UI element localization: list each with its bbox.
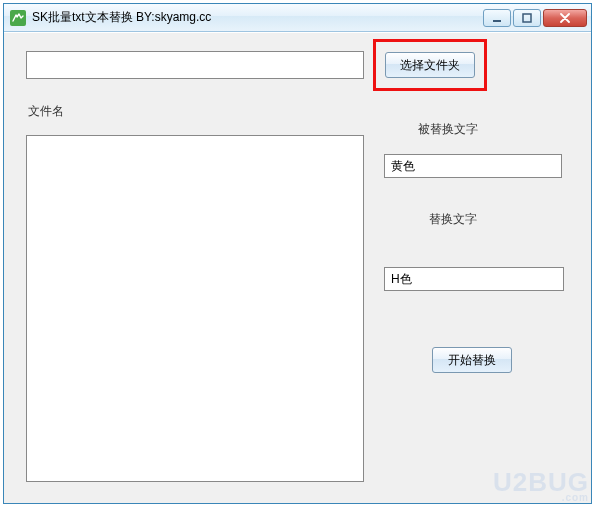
replace-text-label: 替换文字 (429, 211, 477, 228)
folder-path-input[interactable] (26, 51, 364, 79)
replaced-text-input[interactable] (384, 154, 562, 178)
client-area: 选择文件夹 文件名 被替换文字 替换文字 开始替换 (4, 33, 591, 503)
file-list[interactable] (26, 135, 364, 482)
svg-rect-2 (523, 14, 531, 22)
app-icon (10, 10, 26, 26)
select-folder-highlight: 选择文件夹 (373, 39, 487, 91)
svg-rect-1 (493, 20, 501, 22)
start-button[interactable]: 开始替换 (432, 347, 512, 373)
svg-rect-0 (10, 10, 26, 26)
replace-text-input[interactable] (384, 267, 564, 291)
window-title: SK批量txt文本替换 BY:skyamg.cc (32, 9, 483, 26)
maximize-button[interactable] (513, 9, 541, 27)
filename-label: 文件名 (28, 103, 64, 120)
select-folder-button[interactable]: 选择文件夹 (385, 52, 475, 78)
window-controls (483, 9, 587, 27)
close-button[interactable] (543, 9, 587, 27)
window-frame: SK批量txt文本替换 BY:skyamg.cc 选择文件夹 文件名 被替换文字… (3, 3, 592, 504)
minimize-button[interactable] (483, 9, 511, 27)
replaced-text-label: 被替换文字 (418, 121, 478, 138)
titlebar: SK批量txt文本替换 BY:skyamg.cc (4, 4, 591, 32)
